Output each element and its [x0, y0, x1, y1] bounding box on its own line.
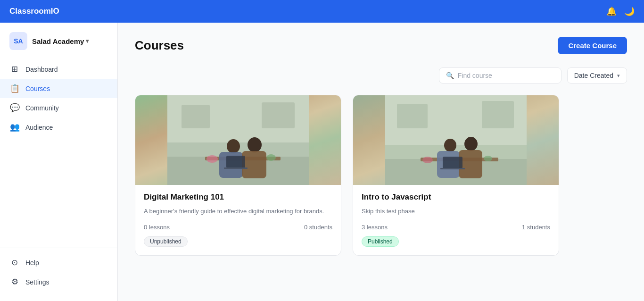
dashboard-icon: ⊞	[9, 64, 20, 74]
students-count: 1 students	[522, 224, 550, 231]
course-description: Skip this test phase	[362, 207, 550, 216]
status-badge: Published	[362, 236, 399, 247]
sidebar-item-label: Help	[25, 259, 39, 267]
help-icon: ⊙	[9, 258, 20, 268]
course-body: Digital Marketing 101 A beginner's frien…	[135, 185, 341, 255]
svg-point-22	[464, 137, 478, 151]
community-icon: 💬	[9, 103, 20, 113]
course-body: Intro to Javascript Skip this test phase…	[353, 185, 559, 255]
sidebar-item-help[interactable]: ⊙ Help	[0, 253, 117, 272]
create-course-button[interactable]: Create Course	[558, 37, 627, 54]
sidebar-item-dashboard[interactable]: ⊞ Dashboard	[0, 59, 117, 79]
page-title: Courses	[135, 38, 184, 53]
sidebar-item-label: Dashboard	[25, 66, 58, 73]
svg-point-26	[422, 157, 433, 163]
notification-icon[interactable]: 🔔	[606, 6, 617, 17]
sidebar-item-community[interactable]: 💬 Community	[0, 98, 117, 117]
svg-rect-17	[482, 101, 514, 128]
topnav: ClassroomIO 🔔 🌙	[0, 0, 644, 23]
svg-point-8	[248, 137, 262, 152]
main-content: Courses Create Course 🔍 Date Created ▾	[118, 23, 644, 301]
theme-toggle-icon[interactable]: 🌙	[624, 6, 635, 17]
svg-rect-9	[242, 151, 266, 178]
svg-rect-24	[443, 157, 462, 168]
org-name: Salad Academy ▾	[32, 37, 89, 45]
audience-icon: 👥	[9, 122, 20, 132]
svg-point-20	[444, 139, 456, 152]
course-thumbnail-svg	[353, 95, 559, 185]
lessons-count: 0 lessons	[144, 224, 170, 231]
sidebar-item-label: Courses	[25, 85, 50, 92]
sidebar-item-audience[interactable]: 👥 Audience	[0, 117, 117, 137]
svg-rect-3	[262, 102, 295, 128]
svg-point-13	[266, 154, 276, 161]
sidebar-item-label: Community	[25, 104, 59, 112]
avatar: SA	[9, 32, 27, 50]
brand-logo: ClassroomIO	[9, 7, 59, 16]
sidebar-item-label: Settings	[25, 278, 50, 286]
search-icon: 🔍	[446, 72, 454, 79]
svg-rect-16	[397, 104, 428, 128]
course-meta: 3 lessons 1 students	[362, 224, 550, 231]
svg-point-27	[484, 156, 492, 161]
svg-point-6	[227, 139, 240, 153]
status-badge: Unpublished	[144, 236, 188, 247]
svg-point-12	[206, 155, 218, 163]
lessons-count: 3 lessons	[362, 224, 388, 231]
svg-rect-25	[440, 168, 465, 169]
course-card-intro-js[interactable]: Intro to Javascript Skip this test phase…	[353, 95, 559, 256]
courses-grid: Digital Marketing 101 A beginner's frien…	[135, 95, 559, 256]
sidebar-item-settings[interactable]: ⚙ Settings	[0, 272, 117, 292]
course-thumbnail	[353, 95, 559, 185]
sidebar: SA Salad Academy ▾ ⊞ Dashboard 📋 Courses…	[0, 23, 118, 301]
sidebar-item-courses[interactable]: 📋 Courses	[0, 79, 117, 98]
page-header: Courses Create Course	[135, 37, 627, 54]
settings-icon: ⚙	[9, 277, 20, 287]
toolbar: 🔍 Date Created ▾	[135, 67, 627, 84]
course-thumbnail-svg	[135, 95, 341, 185]
chevron-down-icon: ▾	[86, 38, 89, 44]
sidebar-nav: ⊞ Dashboard 📋 Courses 💬 Community 👥 Audi…	[0, 59, 117, 248]
course-card-digital-marketing[interactable]: Digital Marketing 101 A beginner's frien…	[135, 95, 341, 256]
course-thumbnail	[135, 95, 341, 185]
sidebar-bottom: ⊙ Help ⚙ Settings	[0, 248, 117, 292]
svg-rect-2	[182, 105, 210, 128]
course-description: A beginner's friendly guide to effective…	[144, 207, 332, 216]
org-selector[interactable]: SA Salad Academy ▾	[0, 32, 117, 59]
topnav-actions: 🔔 🌙	[606, 6, 635, 17]
svg-rect-10	[226, 156, 245, 168]
courses-icon: 📋	[9, 84, 20, 93]
students-count: 0 students	[304, 224, 332, 231]
course-title: Digital Marketing 101	[144, 192, 332, 202]
course-title: Intro to Javascript	[362, 192, 550, 202]
sidebar-item-label: Audience	[25, 124, 53, 131]
chevron-down-icon: ▾	[617, 73, 620, 79]
svg-rect-11	[224, 167, 248, 169]
search-box: 🔍	[439, 67, 561, 84]
course-meta: 0 lessons 0 students	[144, 224, 332, 231]
search-input[interactable]	[458, 72, 554, 79]
sort-label: Date Created	[574, 72, 613, 79]
sort-dropdown[interactable]: Date Created ▾	[567, 67, 627, 84]
